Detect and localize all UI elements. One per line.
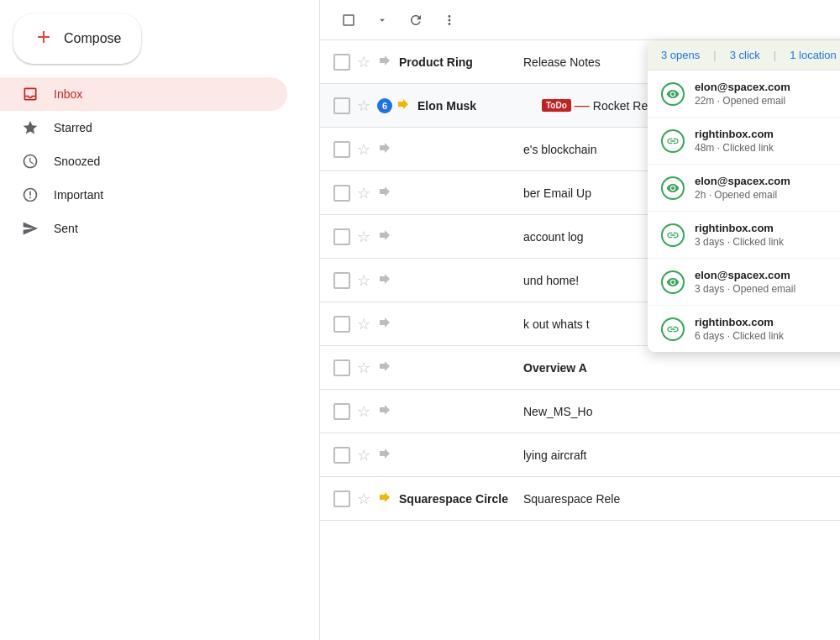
compose-plus-icon <box>34 27 54 50</box>
star-button[interactable]: ☆ <box>357 402 370 421</box>
tracking-time: 48m · Clicked link <box>695 142 840 154</box>
select-all-button[interactable] <box>333 5 364 35</box>
email-checkbox[interactable] <box>333 97 350 114</box>
star-button[interactable]: ☆ <box>357 490 370 508</box>
email-subject: Overview A <box>523 361 827 375</box>
important-arrow-icon <box>377 490 392 508</box>
email-subject: New_MS_Ho <box>523 405 827 418</box>
tracking-item-6[interactable]: rightinbox.com 6 days · Clicked link <box>648 306 840 352</box>
email-row-10[interactable]: ☆ lying aircraft <box>320 433 840 477</box>
tracking-stat-location: 1 location <box>790 49 837 61</box>
tracking-item-5[interactable]: elon@spacex.com 3 days · Opened email <box>648 259 840 306</box>
forward-icon <box>377 184 392 202</box>
email-checkbox[interactable] <box>333 272 350 289</box>
forward-icon <box>377 271 392 290</box>
forward-icon <box>377 140 392 159</box>
compose-button[interactable]: Compose <box>13 13 141 64</box>
star-button[interactable]: ☆ <box>357 228 370 246</box>
tracking-email: elon@spacex.com <box>695 81 840 93</box>
star-button[interactable]: ☆ <box>357 271 370 290</box>
star-icon <box>20 118 40 138</box>
tracking-time: 3 days · Opened email <box>695 283 840 295</box>
open-eye-icon <box>661 270 685 294</box>
forward-icon <box>377 228 392 246</box>
tracking-stat-clicks: 3 click <box>730 49 760 61</box>
tracking-email: rightinbox.com <box>695 222 840 234</box>
open-eye-icon <box>661 82 685 106</box>
email-checkbox[interactable] <box>333 447 350 464</box>
tracking-item-2[interactable]: rightinbox.com 48m · Clicked link <box>648 118 840 165</box>
inbox-icon <box>20 84 40 104</box>
star-button[interactable]: ☆ <box>357 140 370 159</box>
star-button[interactable]: ☆ <box>357 446 370 464</box>
sidebar-item-inbox[interactable]: Inbox <box>0 77 287 111</box>
tracking-item-1[interactable]: elon@spacex.com 22m · Opened email <box>648 71 840 118</box>
forward-icon <box>377 402 392 421</box>
tracking-popup: 3 opens | 3 click | 1 location | 2 devic… <box>648 40 840 352</box>
email-checkbox[interactable] <box>333 54 350 71</box>
tracking-info-5: elon@spacex.com 3 days · Opened email <box>695 269 840 295</box>
sidebar-item-snoozed-label: Snoozed <box>54 155 100 168</box>
email-checkbox[interactable] <box>333 403 350 420</box>
tracking-info-4: rightinbox.com 3 days · Clicked link <box>695 222 840 248</box>
email-sender: Product Ring <box>399 55 517 69</box>
sidebar-item-starred[interactable]: Starred <box>0 111 287 144</box>
star-button[interactable]: ☆ <box>357 97 370 115</box>
forward-icon <box>377 315 392 333</box>
star-button[interactable]: ☆ <box>357 53 370 71</box>
divider-2: | <box>774 49 776 61</box>
select-dropdown-button[interactable] <box>367 5 397 35</box>
sidebar-item-starred-label: Starred <box>54 121 92 134</box>
sent-icon <box>20 218 40 239</box>
email-subject: lying aircraft <box>523 449 827 462</box>
email-checkbox[interactable] <box>333 141 350 158</box>
email-row-8[interactable]: ☆ Overview A <box>320 346 840 390</box>
refresh-button[interactable] <box>401 5 431 35</box>
open-eye-icon <box>661 176 685 200</box>
click-link-icon <box>661 129 685 153</box>
todo-badge: ToDo <box>542 99 571 112</box>
badge-count: 6 <box>377 98 392 113</box>
forward-icon <box>377 446 392 464</box>
tracking-info-1: elon@spacex.com 22m · Opened email <box>695 81 840 107</box>
click-link-icon <box>661 317 685 341</box>
email-row-9[interactable]: ☆ New_MS_Ho <box>320 390 840 433</box>
email-sender: Elon Musk <box>417 99 535 113</box>
compose-label: Compose <box>64 31 121 46</box>
star-button[interactable]: ☆ <box>357 184 370 202</box>
tracking-time: 22m · Opened email <box>695 95 840 107</box>
email-toolbar <box>320 0 840 40</box>
forward-icon <box>377 53 392 71</box>
tracking-email: elon@spacex.com <box>695 269 840 281</box>
divider-1: | <box>713 49 716 61</box>
star-button[interactable]: ☆ <box>357 315 370 333</box>
tracking-item-4[interactable]: rightinbox.com 3 days · Clicked link <box>648 212 840 259</box>
tracking-item-3[interactable]: elon@spacex.com 2h · Opened email <box>648 165 840 212</box>
sidebar-item-important-label: Important <box>54 188 103 202</box>
tracking-info-2: rightinbox.com 48m · Clicked link <box>695 128 840 154</box>
tracking-stat-opens: 3 opens <box>661 49 700 61</box>
tracking-email: rightinbox.com <box>695 316 840 328</box>
email-checkbox[interactable] <box>333 359 350 376</box>
email-checkbox[interactable] <box>333 185 350 202</box>
remove-icon: — <box>575 97 590 114</box>
sidebar-item-sent[interactable]: Sent <box>0 212 287 245</box>
sidebar-item-snoozed[interactable]: Snoozed <box>0 144 287 178</box>
sidebar-item-important[interactable]: Important <box>0 178 287 212</box>
email-checkbox[interactable] <box>333 316 350 333</box>
email-row-squarespace[interactable]: ☆ Squarespace Circle Squarespace Rele <box>320 477 840 521</box>
email-checkbox[interactable] <box>333 490 350 507</box>
important-icon <box>20 185 40 205</box>
tracking-time: 3 days · Clicked link <box>695 236 840 248</box>
email-subject: Squarespace Rele <box>523 492 827 506</box>
star-button[interactable]: ☆ <box>357 359 370 377</box>
sidebar-item-sent-label: Sent <box>54 222 78 235</box>
tracking-info-6: rightinbox.com 6 days · Clicked link <box>695 316 840 342</box>
tracking-email: rightinbox.com <box>695 128 840 140</box>
tracking-time: 6 days · Clicked link <box>695 330 840 342</box>
email-sender: Squarespace Circle <box>399 492 517 506</box>
more-options-button[interactable] <box>434 5 465 35</box>
email-checkbox[interactable] <box>333 228 350 245</box>
important-arrow-icon <box>396 97 411 115</box>
tracking-time: 2h · Opened email <box>695 189 840 201</box>
